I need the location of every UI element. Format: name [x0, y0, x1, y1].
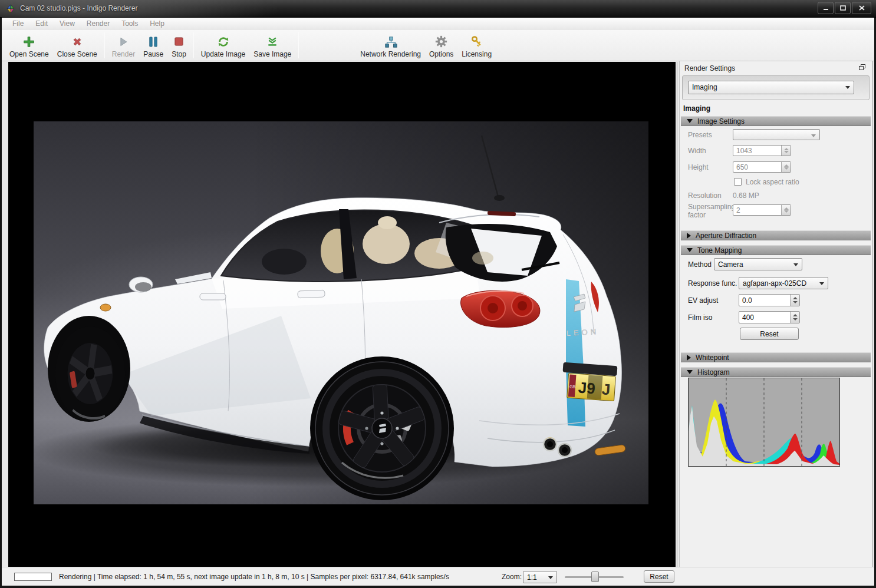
- menu-view[interactable]: View: [54, 18, 81, 29]
- spinner-buttons[interactable]: [781, 205, 791, 215]
- network-icon: [384, 35, 398, 49]
- zoom-label: Zoom:: [502, 573, 522, 581]
- open-scene-label: Open Scene: [9, 50, 49, 58]
- close-button[interactable]: [852, 2, 871, 14]
- front-wheel: [55, 326, 125, 421]
- film-iso-label: Film iso: [688, 313, 712, 322]
- spinner-buttons[interactable]: [781, 146, 791, 156]
- menu-render[interactable]: Render: [81, 18, 116, 29]
- toolbar-separator: [104, 32, 105, 58]
- tire-brand-bottom: ULTRAGRIP: [34, 121, 90, 123]
- options-button[interactable]: Options: [425, 31, 457, 60]
- status-bar: Rendering | Time elapsed: 1 h, 54 m, 55 …: [2, 567, 874, 586]
- minimize-button[interactable]: [818, 2, 834, 14]
- menu-edit[interactable]: Edit: [29, 18, 54, 29]
- network-rendering-button[interactable]: Network Rendering: [356, 31, 425, 60]
- save-image-label: Save Image: [253, 50, 291, 58]
- rear-wheel: [315, 362, 449, 495]
- open-scene-button[interactable]: Open Scene: [5, 31, 53, 60]
- licensing-button[interactable]: Licensing: [457, 31, 496, 60]
- pause-icon: [146, 35, 160, 49]
- menu-file[interactable]: File: [6, 18, 29, 29]
- spinner-buttons[interactable]: [790, 295, 799, 306]
- close-scene-button[interactable]: Close Scene: [53, 31, 101, 60]
- supersampling-label-1: Supersampling: [688, 203, 735, 211]
- slider-handle[interactable]: [591, 572, 599, 582]
- collapse-icon: [687, 119, 693, 123]
- menu-tools[interactable]: Tools: [116, 18, 144, 29]
- close-icon: [859, 5, 865, 11]
- update-image-label: Update Image: [201, 50, 245, 58]
- app-icon: [6, 4, 15, 14]
- tone-reset-button[interactable]: Reset: [740, 328, 799, 340]
- plate-text-right: J: [601, 380, 611, 398]
- chevron-down-icon: [811, 134, 816, 137]
- title-bar[interactable]: Cam 02 studio.pigs - Indigo Renderer: [0, 0, 876, 18]
- response-func-select[interactable]: agfapan-apx-025CD: [739, 277, 828, 289]
- category-select[interactable]: Imaging: [688, 81, 854, 94]
- width-label: Width: [688, 147, 706, 155]
- panel-splitter[interactable]: [677, 62, 677, 567]
- render-button[interactable]: Render: [108, 31, 139, 60]
- update-image-button[interactable]: Update Image: [197, 31, 249, 60]
- zoom-slider[interactable]: [565, 571, 624, 583]
- section-histogram[interactable]: Histogram: [681, 367, 871, 377]
- maximize-button[interactable]: [835, 2, 851, 14]
- plus-icon: [22, 35, 36, 49]
- method-select[interactable]: Camera: [714, 258, 802, 270]
- zoom-reset-button[interactable]: Reset: [644, 570, 674, 583]
- resolution-label: Resolution: [688, 191, 722, 200]
- section-aperture-diffraction[interactable]: Aperture Diffraction: [681, 230, 871, 240]
- imaging-heading: Imaging: [683, 104, 710, 113]
- close-scene-icon: [70, 35, 84, 49]
- toolbar-separator: [193, 32, 194, 58]
- section-image-settings[interactable]: Image Settings: [681, 116, 871, 126]
- presets-select[interactable]: [733, 129, 820, 140]
- height-input[interactable]: 650: [733, 161, 791, 173]
- save-icon: [265, 35, 279, 49]
- expand-icon: [687, 233, 691, 239]
- chevron-down-icon: [819, 282, 824, 285]
- license-plate: GB J9 J: [567, 373, 616, 401]
- menu-bar: File Edit View Render Tools Help: [2, 18, 874, 29]
- supersampling-label-2: factor: [688, 211, 706, 219]
- width-input[interactable]: 1043: [733, 145, 791, 156]
- menu-help[interactable]: Help: [144, 18, 170, 29]
- section-whitepoint[interactable]: Whitepoint: [681, 352, 871, 362]
- toolbar-spacer: [302, 45, 356, 45]
- histogram-plot: [688, 378, 840, 467]
- supersampling-input[interactable]: 2: [733, 204, 791, 216]
- stop-label: Stop: [172, 50, 186, 58]
- render-image: LEON GB J9 J: [34, 121, 648, 504]
- film-iso-input[interactable]: 400: [739, 311, 800, 323]
- gear-icon: [434, 35, 449, 49]
- window-title: Cam 02 studio.pigs - Indigo Renderer: [20, 4, 137, 12]
- key-icon: [470, 35, 484, 49]
- pause-button[interactable]: Pause: [139, 31, 167, 60]
- render-canvas[interactable]: LEON GB J9 J: [8, 62, 676, 567]
- zoom-select[interactable]: 1:1: [523, 571, 557, 583]
- render-settings-panel: Render Settings Imaging Imaging Image Se…: [679, 61, 872, 567]
- ev-adjust-input[interactable]: 0.0: [739, 294, 800, 306]
- method-label: Method: [688, 260, 712, 269]
- minimize-icon: [823, 5, 829, 11]
- spinner-buttons[interactable]: [781, 162, 791, 172]
- plate-country: GB: [569, 384, 576, 389]
- toolbar-separator: [298, 32, 299, 58]
- section-tone-mapping[interactable]: Tone Mapping: [681, 245, 871, 255]
- licensing-label: Licensing: [462, 50, 492, 58]
- lock-aspect-checkbox[interactable]: [734, 178, 742, 186]
- save-image-button[interactable]: Save Image: [249, 31, 295, 60]
- chevron-down-icon: [845, 86, 850, 89]
- spinner-buttons[interactable]: [790, 312, 799, 323]
- panel-title: Render Settings: [684, 64, 735, 72]
- lock-aspect-label: Lock aspect ratio: [746, 178, 799, 186]
- ev-adjust-label: EV adjust: [688, 296, 718, 305]
- float-panel-icon[interactable]: [859, 64, 866, 71]
- stop-button[interactable]: Stop: [167, 31, 190, 60]
- height-label: Height: [688, 163, 709, 171]
- pause-label: Pause: [143, 50, 163, 58]
- app-window: Cam 02 studio.pigs - Indigo Renderer Fil…: [0, 0, 876, 588]
- resolution-value: 0.68 MP: [733, 191, 759, 200]
- network-rendering-label: Network Rendering: [360, 50, 421, 58]
